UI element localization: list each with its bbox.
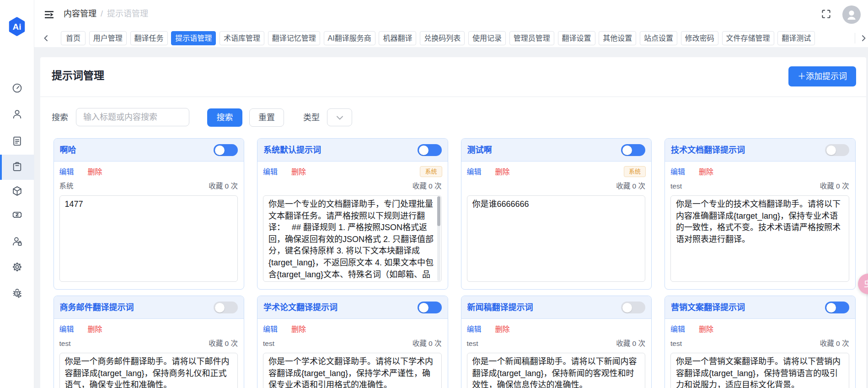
- svg-text:Ai: Ai: [13, 22, 21, 32]
